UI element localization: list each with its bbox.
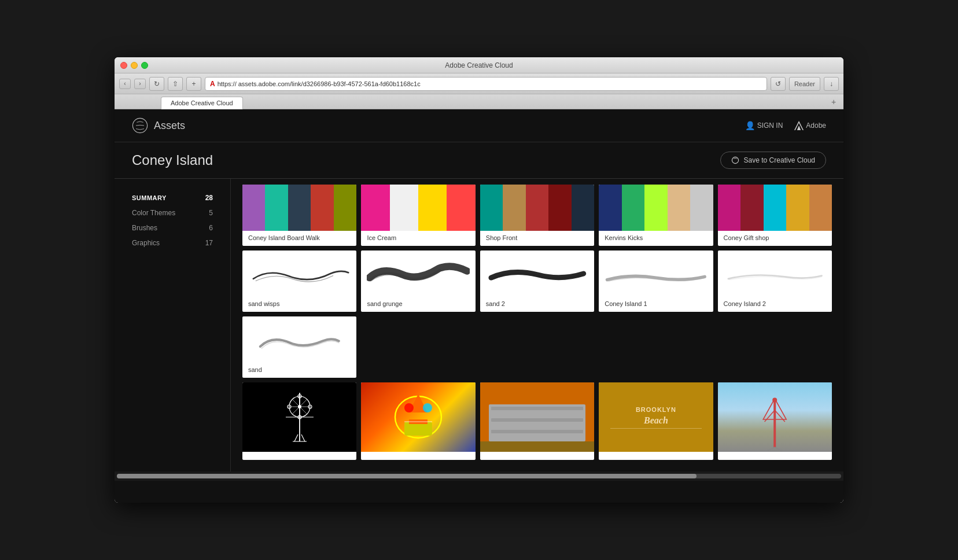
swatch-ic-1	[361, 185, 389, 231]
brushes-grid-row1: sand wisps sand grunge	[242, 250, 832, 312]
horizontal-scrollbar[interactable]	[115, 471, 843, 481]
sidebar-item-summary[interactable]: SUMMARY 28	[115, 190, 230, 205]
color-themes-grid: Coney Island Board Walk Ice Cr	[242, 185, 832, 246]
sidebar-item-graphics[interactable]: Graphics 17	[115, 235, 230, 250]
sidebar-graphics-count: 17	[205, 239, 213, 247]
color-swatches-board-walk	[242, 185, 356, 231]
swatch-kk-5	[690, 185, 713, 231]
maximize-button[interactable]	[141, 62, 148, 69]
swatch-sf-3	[526, 185, 548, 231]
close-button[interactable]	[120, 62, 127, 69]
reload-button[interactable]: ↻	[149, 77, 164, 91]
card-image-graphic-door	[480, 382, 594, 452]
share-button[interactable]: ⇧	[168, 77, 183, 91]
swatch-kk-2	[622, 185, 644, 231]
active-tab[interactable]: Adobe Creative Cloud	[161, 97, 243, 109]
card-label-graphic-bw	[242, 452, 356, 460]
reader-button[interactable]: Reader	[789, 77, 820, 91]
svg-line-17	[294, 434, 298, 441]
sidebar-color-themes-count: 5	[209, 209, 213, 217]
card-kervins-kicks[interactable]: Kervins Kicks	[599, 185, 713, 246]
card-image-sand-grunge	[361, 250, 475, 297]
swatch-ic-4	[447, 185, 475, 231]
svg-point-30	[772, 397, 777, 402]
card-coney-island-1[interactable]: Coney Island 1	[599, 250, 713, 312]
url-display: https:// assets.adobe.com/link/d3266986-…	[218, 80, 421, 87]
card-label-sand-grunge: sand grunge	[361, 297, 475, 312]
card-label-board-walk: Coney Island Board Walk	[242, 231, 356, 246]
scrollbar-track	[117, 474, 841, 478]
tab-label: Adobe Creative Cloud	[171, 100, 233, 106]
card-label-coney-island-2: Coney Island 2	[718, 297, 832, 312]
sidebar-item-brushes[interactable]: Brushes 6	[115, 220, 230, 235]
brushes-grid-row2: sand	[242, 316, 832, 378]
add-button[interactable]: +	[186, 77, 201, 91]
traffic-lights	[120, 62, 148, 69]
card-coney-gift-shop[interactable]: Coney Gift shop	[718, 185, 832, 246]
minimize-button[interactable]	[131, 62, 138, 69]
download-button[interactable]: ↓	[824, 77, 839, 91]
card-ice-cream[interactable]: Ice Cream	[361, 185, 475, 246]
card-graphic-ride[interactable]	[361, 382, 475, 460]
card-label-ice-cream: Ice Cream	[361, 231, 475, 246]
swatch-cg-3	[764, 185, 786, 231]
toolbar: ‹ › ↻ ⇧ + A https:// assets.adobe.com/li…	[115, 73, 843, 94]
card-image-shop-front	[480, 185, 594, 231]
sidebar-graphics-label: Graphics	[132, 239, 160, 247]
sidebar: SUMMARY 28 Color Themes 5 Brushes 6 Grap…	[115, 179, 230, 471]
card-sand-2[interactable]: sand 2	[480, 250, 594, 312]
card-image-coney-island-2	[718, 250, 832, 297]
card-graphic-tower[interactable]	[718, 382, 832, 460]
card-image-coney-gift-shop	[718, 185, 832, 231]
swatch-ic-2	[390, 185, 418, 231]
card-sand[interactable]: sand	[242, 316, 356, 378]
card-coney-island-2[interactable]: Coney Island 2	[718, 250, 832, 312]
brush-sand-icon	[248, 323, 351, 356]
assets-label: Assets	[154, 120, 185, 132]
back-button[interactable]: ‹	[119, 79, 131, 89]
graphics-grid: BROOKLYN Beach	[242, 382, 832, 460]
card-sand-wisps[interactable]: sand wisps	[242, 250, 356, 312]
adobe-logo: Adobe	[794, 121, 826, 130]
browser-window: Adobe Creative Cloud ‹ › ↻ ⇧ + A https:/…	[115, 57, 843, 503]
card-image-graphic-brooklyn: BROOKLYN Beach	[599, 382, 713, 452]
card-label-coney-island-1: Coney Island 1	[599, 297, 713, 312]
card-label-kervins-kicks: Kervins Kicks	[599, 231, 713, 246]
card-label-sand-wisps: sand wisps	[242, 297, 356, 312]
card-graphic-brooklyn[interactable]: BROOKLYN Beach	[599, 382, 713, 460]
refresh-button[interactable]: ↺	[771, 77, 786, 91]
card-sand-grunge[interactable]: sand grunge	[361, 250, 475, 312]
card-coney-island-board-walk[interactable]: Coney Island Board Walk	[242, 185, 356, 246]
card-image-kervins-kicks	[599, 185, 713, 231]
tower-icon	[740, 396, 809, 452]
sidebar-item-color-themes[interactable]: Color Themes 5	[115, 205, 230, 220]
app-header: Assets 👤 SIGN IN Adobe	[115, 109, 843, 142]
sidebar-color-themes-label: Color Themes	[132, 209, 175, 217]
person-icon: 👤	[745, 121, 755, 130]
card-label-sand: sand	[242, 363, 356, 378]
card-graphic-door[interactable]	[480, 382, 594, 460]
save-to-creative-cloud-button[interactable]: Save to Creative Cloud	[720, 152, 826, 169]
scrollbar-thumb[interactable]	[117, 474, 697, 478]
window-title: Adobe Creative Cloud	[445, 61, 513, 69]
card-graphic-bw[interactable]	[242, 382, 356, 460]
swatch-1	[242, 185, 265, 231]
svg-point-0	[132, 118, 147, 132]
logo-area: Assets	[132, 117, 185, 134]
sign-in-button[interactable]: 👤 SIGN IN	[745, 121, 783, 130]
color-swatches-ice-cream	[361, 185, 475, 231]
card-label-graphic-ride	[361, 452, 475, 460]
save-icon	[731, 156, 739, 164]
address-bar[interactable]: A https:// assets.adobe.com/link/d326698…	[205, 77, 767, 91]
swatch-kk-1	[599, 185, 621, 231]
card-shop-front[interactable]: Shop Front	[480, 185, 594, 246]
adobe-label: Adobe	[806, 121, 826, 130]
tab-bar: Adobe Creative Cloud +	[115, 94, 843, 109]
swatch-sf-4	[548, 185, 571, 231]
swatch-2	[265, 185, 288, 231]
forward-button[interactable]: ›	[134, 79, 146, 89]
new-tab-button[interactable]: +	[828, 97, 839, 107]
adobe-cc-logo-icon	[132, 117, 148, 134]
ride-illustration-icon	[373, 389, 464, 445]
svg-line-31	[768, 447, 775, 451]
